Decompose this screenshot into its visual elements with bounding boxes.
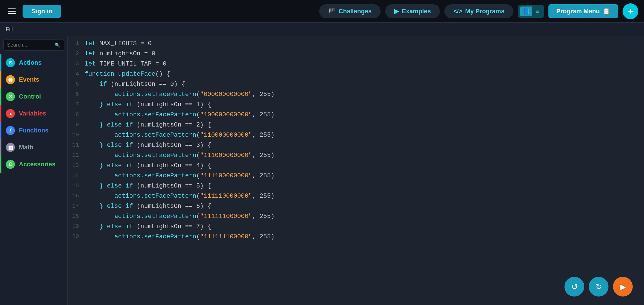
- sidebar-item-label-math: Math: [19, 144, 33, 151]
- line-number: 2: [68, 50, 85, 57]
- sidebar-item-actions[interactable]: ⊙Actions: [0, 54, 67, 71]
- hamburger-line-3: [8, 13, 16, 14]
- sidebar-item-label-events: Events: [19, 76, 39, 83]
- line-content: if (numLightsOn == 0) {: [85, 80, 644, 88]
- line-number: 12: [68, 151, 85, 158]
- hamburger-button[interactable]: [6, 6, 18, 16]
- search-container: 🔍: [0, 36, 67, 54]
- program-menu-button[interactable]: Program Menu 📋: [548, 4, 618, 18]
- forward-button[interactable]: ↻: [589, 277, 608, 297]
- code-line: 17 } else if (numLightsOn == 6) {: [68, 202, 644, 212]
- bottom-controls: ↺ ↻ ▶: [564, 277, 633, 297]
- my-programs-label: My Programs: [465, 8, 504, 15]
- code-line: 16 actions.setFacePattern("111110000000"…: [68, 191, 644, 202]
- accessories-icon: C: [6, 160, 15, 169]
- play-button[interactable]: ▶: [613, 277, 633, 297]
- forward-icon: ↻: [596, 282, 602, 291]
- code-line: 18 actions.setFacePattern("111111000000"…: [68, 212, 644, 222]
- line-content: actions.setFacePattern("100000000000", 2…: [85, 111, 644, 118]
- line-number: 9: [68, 121, 85, 128]
- line-content: actions.setFacePattern("110000000000", 2…: [85, 131, 644, 139]
- line-content: function updateFace() {: [85, 70, 644, 78]
- sidebar-item-control[interactable]: ✕Control: [0, 88, 67, 105]
- line-number: 3: [68, 60, 85, 67]
- code-line: 19 } else if (numLightsOn == 7) {: [68, 222, 644, 232]
- actions-icon: ⊙: [6, 58, 15, 67]
- play-icon: ▶: [620, 282, 626, 291]
- code-line: 13 } else if (numLightsOn == 4) {: [68, 161, 644, 171]
- top-nav: Sign in 🏴 Challenges ▶ Examples </> My P…: [0, 0, 644, 23]
- line-number: 16: [68, 192, 85, 199]
- line-content: } else if (numLightsOn == 1) {: [85, 101, 644, 108]
- code-line: 1let MAX_LIGHTS = 0: [68, 39, 644, 49]
- my-programs-icon: </>: [453, 8, 462, 15]
- line-content: actions.setFacePattern("111111000000", 2…: [85, 212, 644, 220]
- line-content: } else if (numLightsOn == 3) {: [85, 141, 644, 149]
- code-line: 14 actions.setFacePattern("111100000000"…: [68, 171, 644, 181]
- blocks-view-button[interactable]: 📘: [520, 6, 532, 16]
- sidebar-item-math[interactable]: ▦Math: [0, 139, 67, 156]
- search-input[interactable]: [7, 42, 55, 48]
- line-number: 14: [68, 172, 85, 179]
- challenges-tab[interactable]: 🏴 Challenges: [319, 4, 381, 18]
- line-number: 17: [68, 202, 85, 209]
- sidebar-item-label-actions: Actions: [19, 59, 42, 66]
- line-content: let MAX_LIGHTS = 0: [85, 40, 644, 47]
- line-content: let numLightsOn = 0: [85, 50, 644, 57]
- events-icon: ◉: [6, 75, 15, 84]
- rewind-button[interactable]: ↺: [564, 277, 584, 297]
- sidebar-item-events[interactable]: ◉Events: [0, 71, 67, 88]
- hamburger-line-1: [8, 8, 16, 9]
- fill-label: Fill: [6, 26, 13, 32]
- line-number: 19: [68, 223, 85, 230]
- line-number: 20: [68, 233, 85, 240]
- program-menu-label: Program Menu: [556, 8, 600, 15]
- sidebar-item-accessories[interactable]: CAccessories: [0, 156, 67, 173]
- sidebar-item-label-variables: Variables: [19, 110, 46, 117]
- line-content: } else if (numLightsOn == 7) {: [85, 223, 644, 230]
- code-line: 3let TIME_UNTIL_TAP = 0: [68, 59, 644, 69]
- line-content: } else if (numLightsOn == 6) {: [85, 202, 644, 210]
- my-programs-tab[interactable]: </> My Programs: [444, 4, 513, 18]
- code-line: 5 if (numLightsOn == 0) {: [68, 80, 644, 90]
- examples-icon: ▶: [394, 8, 399, 15]
- code-line: 2let numLightsOn = 0: [68, 49, 644, 59]
- code-line: 10 actions.setFacePattern("110000000000"…: [68, 130, 644, 141]
- rewind-icon: ↺: [571, 282, 578, 291]
- line-content: actions.setFacePattern("111111100000", 2…: [85, 233, 644, 240]
- code-line: 4function updateFace() {: [68, 69, 644, 80]
- line-number: 15: [68, 182, 85, 189]
- program-menu-icon: 📋: [603, 8, 610, 15]
- math-icon: ▦: [6, 143, 15, 152]
- add-program-button[interactable]: +: [623, 3, 638, 19]
- search-icon: 🔍: [55, 42, 60, 48]
- sidebar-items-list: ⊙Actions◉Events✕Control𝑥VariablesƒFuncti…: [0, 54, 67, 173]
- view-toggle-group: 📘 ≡: [518, 5, 544, 18]
- line-number: 18: [68, 212, 85, 219]
- examples-tab[interactable]: ▶ Examples: [385, 4, 440, 18]
- code-line: 6 actions.setFacePattern("000000000000",…: [68, 90, 644, 100]
- line-number: 8: [68, 111, 85, 118]
- sidebar-item-functions[interactable]: ƒFunctions: [0, 122, 67, 139]
- sidebar-item-label-functions: Functions: [19, 127, 48, 134]
- line-number: 10: [68, 131, 85, 138]
- fill-bar: Fill: [0, 23, 644, 36]
- sidebar-item-label-accessories: Accessories: [19, 161, 56, 168]
- main-content: 🔍 ⊙Actions◉Events✕Control𝑥VariablesƒFunc…: [0, 36, 644, 305]
- code-line: 8 actions.setFacePattern("100000000000",…: [68, 110, 644, 120]
- signin-button[interactable]: Sign in: [23, 5, 61, 18]
- line-number: 11: [68, 141, 85, 148]
- line-number: 7: [68, 101, 85, 108]
- line-content: } else if (numLightsOn == 2) {: [85, 121, 644, 128]
- sidebar-item-variables[interactable]: 𝑥Variables: [0, 105, 67, 122]
- sidebar-item-label-control: Control: [19, 93, 41, 100]
- list-view-button[interactable]: ≡: [533, 6, 542, 16]
- line-number: 1: [68, 40, 85, 47]
- code-line: 9 } else if (numLightsOn == 2) {: [68, 120, 644, 130]
- line-content: actions.setFacePattern("000000000000", 2…: [85, 90, 644, 98]
- line-content: } else if (numLightsOn == 5) {: [85, 182, 644, 189]
- functions-icon: ƒ: [6, 126, 15, 135]
- sidebar: 🔍 ⊙Actions◉Events✕Control𝑥VariablesƒFunc…: [0, 36, 68, 305]
- code-editor[interactable]: 1let MAX_LIGHTS = 02let numLightsOn = 03…: [68, 36, 644, 305]
- code-lines-container: 1let MAX_LIGHTS = 02let numLightsOn = 03…: [68, 39, 644, 242]
